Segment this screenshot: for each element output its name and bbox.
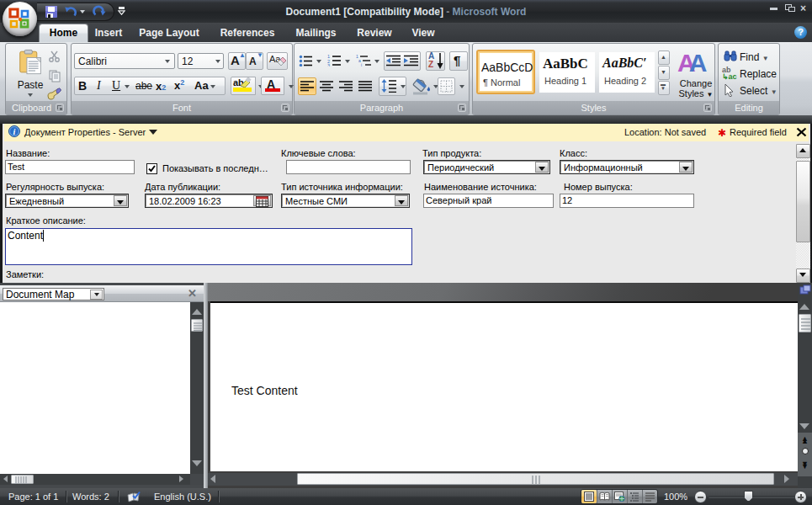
svg-text:i: i [361, 62, 362, 66]
svg-text:3: 3 [327, 63, 330, 67]
svg-text:i: i [13, 127, 16, 136]
